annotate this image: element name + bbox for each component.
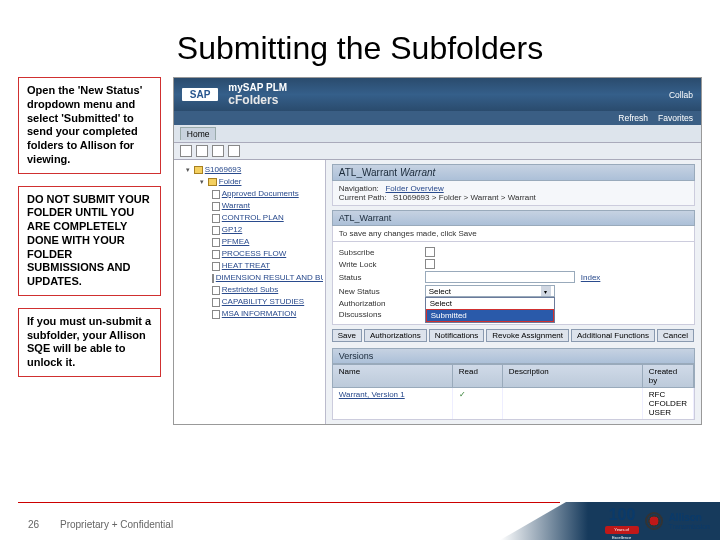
status-field xyxy=(425,271,575,283)
additional-functions-button[interactable]: Additional Functions xyxy=(571,329,655,342)
sap-cfolders-label: cFolders xyxy=(228,93,278,107)
tree-item[interactable]: DIMENSION RESULT AND BUBBLE PRINT xyxy=(176,272,323,284)
subscribe-checkbox[interactable] xyxy=(425,247,435,257)
toolbar-icon[interactable] xyxy=(212,145,224,157)
label-subscribe: Subscribe xyxy=(339,248,419,257)
tree-item[interactable]: CONTROL PLAN xyxy=(176,212,323,224)
tree-item[interactable]: PROCESS FLOW xyxy=(176,248,323,260)
versions-header: Name Read Description Created by xyxy=(332,364,695,388)
confidential-label: Proprietary + Confidential xyxy=(60,519,173,530)
tree-item[interactable]: CAPABILITY STUDIES xyxy=(176,296,323,308)
page-title: Submitting the Subfolders xyxy=(0,0,720,77)
callout-instruction: Open the 'New Status' dropdown menu and … xyxy=(18,77,161,174)
tab-home[interactable]: Home xyxy=(180,127,217,140)
content-area: Open the 'New Status' dropdown menu and … xyxy=(0,77,720,425)
versions-section: Versions Name Read Description Created b… xyxy=(332,348,695,420)
footer-divider xyxy=(18,502,560,503)
chevron-down-icon: ▾ xyxy=(541,286,551,296)
collab-label: Collab xyxy=(669,90,693,100)
form-area: Subscribe Write Lock StatusIndex New Sta… xyxy=(332,242,695,325)
refresh-link[interactable]: Refresh xyxy=(618,113,648,123)
page-number: 26 xyxy=(28,519,39,530)
label-authorization: Authorization xyxy=(339,299,419,308)
sap-logo: SAP xyxy=(182,88,219,101)
dropdown-option[interactable]: Select xyxy=(426,298,554,309)
index-link[interactable]: Index xyxy=(581,273,601,282)
tree-item[interactable]: Warrant xyxy=(176,200,323,212)
gear-icon xyxy=(645,512,663,530)
label-newstatus: New Status xyxy=(339,287,419,296)
sap-header: SAP mySAP PLM cFolders Collab xyxy=(174,78,701,111)
toolbar-icon[interactable] xyxy=(180,145,192,157)
tree-item[interactable]: MSA INFORMATION xyxy=(176,308,323,320)
cancel-button[interactable]: Cancel xyxy=(657,329,694,342)
brand-name: Allison Transmission xyxy=(669,513,710,530)
left-column: Open the 'New Status' dropdown menu and … xyxy=(18,77,161,425)
tree-root[interactable]: ▾S1069693 xyxy=(176,164,323,176)
sap-app: SAP mySAP PLM cFolders Collab Refresh Fa… xyxy=(173,77,702,425)
panel-title: ATL_Warrant Warrant xyxy=(332,164,695,181)
callout-unsubmit: If you must un-submit a subfolder, your … xyxy=(18,308,161,377)
tree-item[interactable]: Approved Documents xyxy=(176,188,323,200)
tree-item[interactable]: GP12 xyxy=(176,224,323,236)
authorizations-button[interactable]: Authorizations xyxy=(364,329,427,342)
sap-body: ▾S1069693 ▾Folder Approved Documents War… xyxy=(174,160,701,424)
callout-warning: DO NOT SUBMIT YOUR FOLDER UNTIL YOU ARE … xyxy=(18,186,161,296)
hundred-badge: 100 Years of Excellence xyxy=(605,506,639,536)
label-writelock: Write Lock xyxy=(339,260,419,269)
versions-title: Versions xyxy=(332,348,695,364)
folder-tree: ▾S1069693 ▾Folder Approved Documents War… xyxy=(174,160,326,424)
allison-logo: 100 Years of Excellence Allison Transmis… xyxy=(605,506,710,536)
save-button[interactable]: Save xyxy=(332,329,362,342)
tree-item[interactable]: HEAT TREAT xyxy=(176,260,323,272)
toolbar-icon[interactable] xyxy=(228,145,240,157)
notifications-button[interactable]: Notifications xyxy=(429,329,485,342)
writelock-checkbox[interactable] xyxy=(425,259,435,269)
label-discussions: Discussions xyxy=(339,310,419,319)
save-hint: To save any changes made, click Save xyxy=(332,226,695,242)
favorites-link[interactable]: Favorites xyxy=(658,113,693,123)
footer: 26 Proprietary + Confidential 100 Years … xyxy=(0,502,720,540)
button-row: Save Authorizations Notifications Revoke… xyxy=(332,329,695,342)
section-title: ATL_Warrant xyxy=(332,210,695,226)
screenshot-panel: SAP mySAP PLM cFolders Collab Refresh Fa… xyxy=(173,77,702,425)
newstatus-dropdown[interactable]: Select▾ Select Submitted xyxy=(425,285,555,297)
version-row[interactable]: Warrant, Version 1 RFC CFOLDER USER xyxy=(332,388,695,420)
nav-area: Navigation: Folder Overview Current Path… xyxy=(332,181,695,206)
toolbar-icon[interactable] xyxy=(196,145,208,157)
revoke-button[interactable]: Revoke Assignment xyxy=(486,329,569,342)
folder-overview-link[interactable]: Folder Overview xyxy=(385,184,443,193)
dropdown-option-submitted[interactable]: Submitted xyxy=(426,309,554,322)
dropdown-list: Select Submitted xyxy=(425,297,555,323)
tree-item[interactable]: ▾Folder xyxy=(176,176,323,188)
tree-item[interactable]: PFMEA xyxy=(176,236,323,248)
tree-item[interactable]: Restricted Subs xyxy=(176,284,323,296)
sap-main: ATL_Warrant Warrant Navigation: Folder O… xyxy=(326,160,701,424)
sap-plm-label: mySAP PLM xyxy=(228,82,287,93)
sap-toolbar: Home xyxy=(174,125,701,143)
label-status: Status xyxy=(339,273,419,282)
